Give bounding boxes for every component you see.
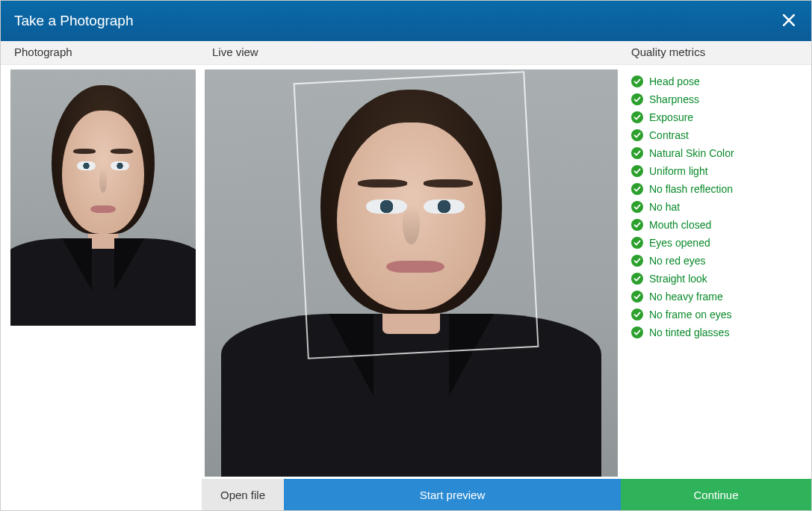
check-icon bbox=[631, 129, 643, 141]
check-icon bbox=[631, 93, 643, 105]
start-preview-button[interactable]: Start preview bbox=[284, 479, 621, 510]
quality-metrics-list: Head poseSharpnessExposureContrastNatura… bbox=[621, 65, 811, 479]
header-live-view: Live view bbox=[202, 41, 621, 64]
metric-row: Mouth closed bbox=[631, 216, 801, 234]
header-photograph: Photograph bbox=[1, 41, 202, 64]
metric-row: No frame on eyes bbox=[631, 306, 801, 323]
check-icon bbox=[631, 309, 643, 320]
metric-label: Natural Skin Color bbox=[649, 147, 734, 159]
check-icon bbox=[631, 147, 643, 159]
metric-row: Eyes opened bbox=[631, 234, 801, 252]
metric-label: Contrast bbox=[649, 129, 689, 141]
check-icon bbox=[631, 165, 643, 177]
metric-label: Mouth closed bbox=[649, 219, 711, 231]
check-icon bbox=[631, 111, 643, 123]
check-icon bbox=[631, 201, 643, 213]
window-title: Take a Photograph bbox=[14, 13, 134, 29]
metric-row: Uniform light bbox=[631, 162, 801, 180]
photograph-panel bbox=[1, 65, 202, 479]
check-icon bbox=[631, 291, 643, 303]
metric-row: Natural Skin Color bbox=[631, 144, 801, 162]
metric-label: Straight look bbox=[649, 273, 707, 285]
header-quality: Quality metrics bbox=[621, 41, 811, 64]
check-icon bbox=[631, 75, 643, 87]
metric-row: Head pose bbox=[631, 72, 801, 90]
check-icon bbox=[631, 255, 643, 267]
live-view-panel bbox=[202, 65, 621, 479]
metric-label: No hat bbox=[649, 201, 680, 213]
metric-label: Eyes opened bbox=[649, 237, 710, 249]
metric-row: Straight look bbox=[631, 270, 801, 288]
metric-label: No flash reflection bbox=[649, 183, 733, 195]
metric-row: No hat bbox=[631, 198, 801, 216]
live-view-frame bbox=[205, 69, 618, 477]
section-headers: Photograph Live view Quality metrics bbox=[1, 41, 811, 65]
check-icon bbox=[631, 183, 643, 195]
close-icon[interactable] bbox=[780, 10, 798, 32]
metric-row: Sharpness bbox=[631, 90, 801, 108]
metric-row: No flash reflection bbox=[631, 180, 801, 198]
open-file-button[interactable]: Open file bbox=[202, 479, 284, 510]
titlebar: Take a Photograph bbox=[1, 1, 811, 41]
metric-label: Sharpness bbox=[649, 93, 699, 105]
main-content: Head poseSharpnessExposureContrastNatura… bbox=[1, 65, 811, 479]
continue-button[interactable]: Continue bbox=[621, 479, 811, 510]
metric-row: Contrast bbox=[631, 126, 801, 144]
metric-label: Head pose bbox=[649, 75, 700, 87]
check-icon bbox=[631, 219, 643, 231]
check-icon bbox=[631, 237, 643, 249]
metric-label: No tinted glasses bbox=[649, 326, 729, 338]
metric-row: No tinted glasses bbox=[631, 323, 801, 341]
check-icon bbox=[631, 273, 643, 285]
metric-label: Uniform light bbox=[649, 165, 708, 177]
metric-label: No heavy frame bbox=[649, 291, 723, 303]
metric-label: No frame on eyes bbox=[649, 309, 732, 320]
metric-label: No red eyes bbox=[649, 255, 705, 267]
check-icon bbox=[631, 326, 643, 338]
photograph-thumbnail bbox=[10, 69, 196, 326]
metric-row: Exposure bbox=[631, 108, 801, 126]
footer: Open file Start preview Continue bbox=[1, 479, 811, 510]
footer-spacer bbox=[1, 479, 202, 510]
metric-row: No heavy frame bbox=[631, 288, 801, 306]
metric-row: No red eyes bbox=[631, 252, 801, 270]
metric-label: Exposure bbox=[649, 111, 693, 123]
